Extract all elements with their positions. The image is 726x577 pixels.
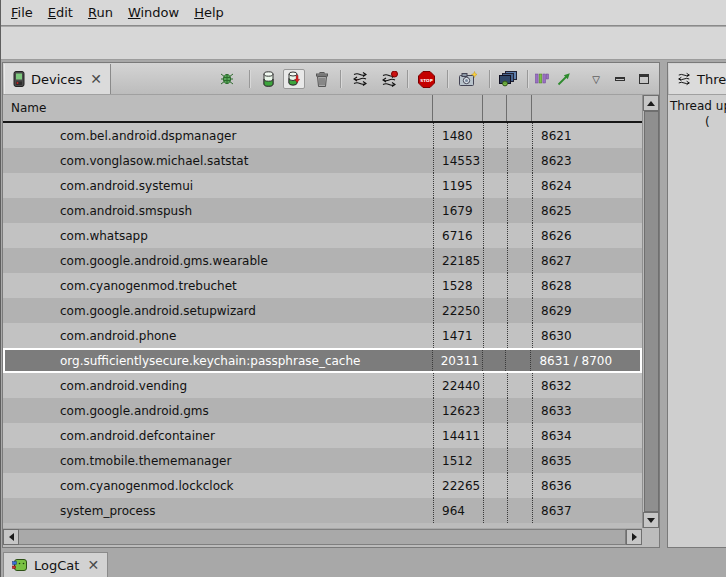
threads-icon — [677, 72, 691, 86]
tab-logcat[interactable]: LogCat — [3, 552, 108, 577]
process-pid: 14411 — [433, 423, 483, 448]
column-header-pid[interactable] — [433, 95, 483, 121]
scroll-left-button[interactable] — [3, 529, 19, 545]
menu-edit[interactable]: Edit — [48, 5, 73, 20]
column-header-3[interactable] — [507, 95, 532, 121]
process-cell-empty — [507, 323, 532, 348]
process-cell-empty — [483, 423, 507, 448]
main-toolbar-strip — [1, 27, 726, 60]
device-process-row[interactable]: com.google.android.gms.wearable 22185 86… — [3, 248, 642, 273]
systrace-icon — [535, 72, 549, 86]
view-hierarchy-button[interactable] — [497, 69, 519, 89]
process-cell-empty — [483, 198, 507, 223]
column-header-name[interactable]: Name — [3, 95, 433, 121]
view-menu-button[interactable]: ▽ — [585, 69, 607, 89]
device-process-row[interactable]: com.android.defcontainer 14411 8634 — [3, 423, 642, 448]
scroll-down-button[interactable] — [643, 512, 659, 528]
menu-window[interactable]: Window — [128, 5, 179, 20]
process-name: com.android.systemui — [3, 173, 433, 198]
process-port: 8631 / 8700 — [530, 350, 640, 371]
process-name: com.tmobile.thememanager — [3, 448, 433, 473]
column-header-2[interactable] — [483, 95, 507, 121]
arrow-down-icon — [647, 518, 655, 523]
device-process-row[interactable]: com.android.smspush 1679 8625 — [3, 198, 642, 223]
device-process-row[interactable]: com.cyanogenmod.trebuchet 1528 8628 — [3, 273, 642, 298]
process-name: com.android.smspush — [3, 198, 433, 223]
process-port: 8626 — [532, 223, 642, 248]
update-threads-button[interactable] — [349, 69, 371, 89]
process-cell-empty — [507, 498, 532, 523]
phone-icon — [13, 71, 25, 87]
device-process-row[interactable]: com.google.android.gms 12623 8633 — [3, 398, 642, 423]
close-icon[interactable] — [90, 72, 102, 86]
process-name: com.android.phone — [3, 323, 433, 348]
menu-help[interactable]: Help — [194, 5, 224, 20]
process-name: system_process — [3, 498, 433, 523]
view-hierarchy-icon — [499, 71, 518, 87]
update-heap-icon — [262, 71, 275, 87]
device-process-row[interactable]: com.google.android.setupwizard 22250 862… — [3, 298, 642, 323]
process-cell-empty — [507, 423, 532, 448]
toolbar-separator — [527, 70, 529, 88]
horizontal-scrollbar-thumb[interactable] — [19, 529, 626, 545]
device-process-row[interactable]: com.whatsapp 6716 8626 — [3, 223, 642, 248]
device-process-row[interactable]: com.bel.android.dspmanager 1480 8621 — [3, 123, 642, 148]
update-heap-button[interactable] — [257, 69, 279, 89]
horizontal-scrollbar[interactable] — [3, 528, 642, 545]
process-pid: 1512 — [433, 448, 483, 473]
menu-file[interactable]: File — [11, 5, 33, 20]
process-cell-empty — [507, 298, 532, 323]
process-name: org.sufficientlysecure.keychain:passphra… — [5, 350, 432, 371]
process-name: com.cyanogenmod.lockclock — [3, 473, 433, 498]
tab-devices[interactable]: Devices — [4, 64, 111, 94]
device-process-row[interactable]: com.android.phone 1471 8630 — [3, 323, 642, 348]
process-port: 8636 — [532, 473, 642, 498]
close-icon[interactable] — [87, 558, 99, 572]
process-cell-empty — [507, 123, 532, 148]
process-name: com.whatsapp — [3, 223, 433, 248]
device-table-header: Name — [3, 95, 642, 123]
device-process-row[interactable]: org.sufficientlysecure.keychain:passphra… — [3, 348, 642, 373]
scroll-up-button[interactable] — [643, 95, 659, 111]
screen-capture-button[interactable] — [457, 69, 479, 89]
start-method-profiling-button[interactable] — [378, 69, 400, 89]
cause-gc-button[interactable] — [311, 69, 333, 89]
device-process-row[interactable]: com.vonglasow.michael.satstat 14553 8623 — [3, 148, 642, 173]
process-name: com.vonglasow.michael.satstat — [3, 148, 433, 173]
column-header-name-label: Name — [11, 101, 46, 115]
trash-icon — [316, 72, 328, 87]
process-cell-empty — [483, 398, 507, 423]
dump-hprof-icon — [287, 71, 302, 87]
tab-threads[interactable]: Threads — [669, 64, 726, 94]
device-process-row[interactable]: com.android.systemui 1195 8624 — [3, 173, 642, 198]
maximize-button[interactable] — [633, 69, 655, 89]
process-port: 8624 — [532, 173, 642, 198]
stop-process-button[interactable]: STOP — [415, 69, 437, 89]
column-header-port[interactable] — [532, 95, 642, 121]
process-cell-empty — [483, 248, 507, 273]
minimize-icon — [615, 77, 625, 81]
device-process-row[interactable]: system_process 964 8637 — [3, 498, 642, 523]
start-opengl-trace-icon — [557, 72, 571, 86]
dump-hprof-button[interactable] — [283, 69, 305, 89]
device-process-row[interactable]: com.tmobile.thememanager 1512 8635 — [3, 448, 642, 473]
arrow-up-icon — [647, 101, 655, 106]
systrace-button[interactable] — [531, 69, 553, 89]
start-opengl-trace-button[interactable] — [553, 69, 575, 89]
start-method-profiling-icon — [381, 71, 398, 87]
debug-process-button[interactable] — [216, 69, 238, 89]
toolbar-separator — [249, 70, 251, 88]
device-process-table: com.bel.android.dspmanager 1480 8621 com… — [3, 123, 642, 523]
scroll-right-button[interactable] — [626, 529, 642, 545]
arrow-right-icon — [632, 533, 637, 541]
vertical-scrollbar[interactable] — [642, 95, 659, 528]
device-process-row[interactable]: com.cyanogenmod.lockclock 22265 8636 — [3, 473, 642, 498]
vertical-scrollbar-thumb[interactable] — [644, 111, 659, 512]
minimize-button[interactable] — [609, 69, 631, 89]
device-process-row[interactable]: com.android.vending 22440 8632 — [3, 373, 642, 398]
process-cell-empty — [507, 398, 532, 423]
logcat-icon — [12, 558, 28, 572]
menu-run[interactable]: Run — [88, 5, 113, 20]
process-cell-empty — [507, 223, 532, 248]
threads-body: Thread up ( — [668, 95, 726, 547]
